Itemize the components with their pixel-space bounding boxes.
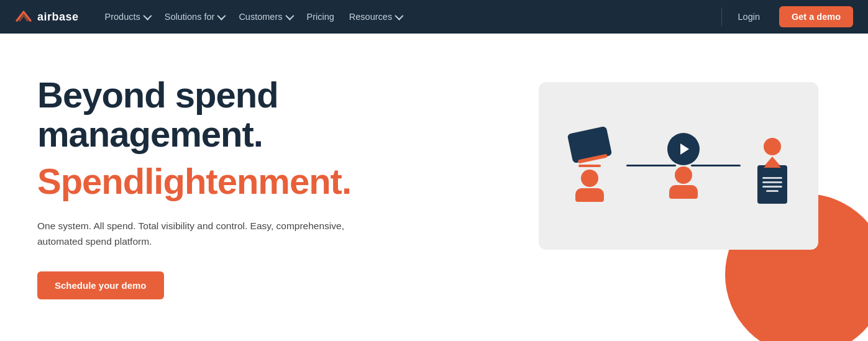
figure-play <box>667 133 700 199</box>
hero-content: Beyond spend management. Spendlightenmen… <box>37 75 360 300</box>
person-body-1 <box>575 188 604 202</box>
figure-document <box>757 128 787 204</box>
hero-subtitle: Spendlightenment. <box>37 161 360 201</box>
logo-link[interactable]: airbase <box>15 10 79 24</box>
chevron-down-icon <box>285 12 294 20</box>
hero-description: One system. All spend. Total visibility … <box>37 219 360 250</box>
person-body-2 <box>669 185 698 199</box>
person-head-2 <box>675 166 692 184</box>
nav-item-pricing[interactable]: Pricing <box>301 8 340 25</box>
document-icon <box>757 165 787 204</box>
logo-text: airbase <box>37 11 79 24</box>
navbar: airbase Products Solutions for Customers… <box>0 0 868 34</box>
login-button[interactable]: Login <box>732 8 769 25</box>
nav-links: Products Solutions for Customers Pricing… <box>99 8 721 25</box>
person-head-3 <box>764 138 781 155</box>
nav-right: Login Get a demo <box>721 6 853 27</box>
chevron-down-icon <box>395 12 403 20</box>
nav-item-customers[interactable]: Customers <box>232 8 298 25</box>
illustration-card <box>539 82 818 250</box>
figure-card <box>570 130 610 202</box>
credit-card-icon <box>567 125 613 163</box>
chevron-down-icon <box>143 12 152 20</box>
nav-item-resources[interactable]: Resources <box>343 8 408 25</box>
nav-item-products[interactable]: Products <box>99 8 156 25</box>
logo-icon <box>15 10 32 24</box>
hero-section: Beyond spend management. Spendlightenmen… <box>0 34 868 341</box>
connector <box>635 133 732 199</box>
play-button-icon <box>667 133 700 165</box>
nav-item-solutions[interactable]: Solutions for <box>158 8 231 25</box>
hero-title: Beyond spend management. <box>37 75 360 155</box>
chevron-down-icon <box>217 12 226 20</box>
schedule-demo-button[interactable]: Schedule your demo <box>37 271 164 299</box>
person-head-1 <box>581 170 598 187</box>
nav-divider <box>721 7 722 26</box>
get-demo-button[interactable]: Get a demo <box>779 6 853 27</box>
hero-visual <box>520 70 868 306</box>
